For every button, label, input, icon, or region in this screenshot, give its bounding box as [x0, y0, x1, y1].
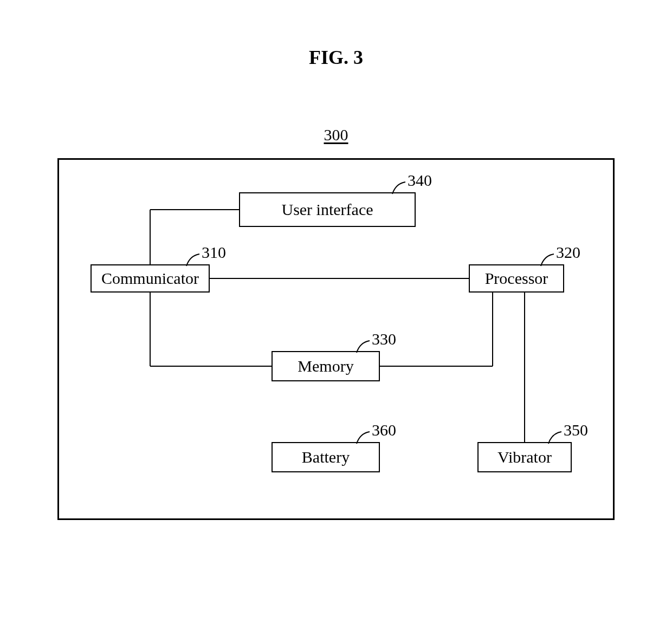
block-memory: Memory [272, 351, 380, 381]
diagram-stage: User interface 340 Communicator 310 Proc… [57, 158, 615, 520]
figure-title: FIG. 3 [0, 46, 672, 69]
ref-vibrator: 350 [564, 421, 588, 439]
ref-memory: 330 [372, 330, 396, 348]
block-user-interface-label: User interface [281, 200, 373, 219]
block-battery-label: Battery [302, 448, 350, 466]
block-vibrator: Vibrator [477, 442, 572, 472]
ref-battery: 360 [372, 421, 396, 439]
ref-user-interface: 340 [408, 171, 432, 190]
figure-reference-number: 300 [0, 126, 672, 144]
block-processor-label: Processor [485, 269, 548, 288]
block-communicator-label: Communicator [101, 269, 199, 288]
ref-communicator: 310 [202, 243, 226, 262]
block-communicator: Communicator [91, 264, 210, 293]
block-processor: Processor [469, 264, 564, 293]
block-memory-label: Memory [298, 357, 353, 375]
block-battery: Battery [272, 442, 380, 472]
block-user-interface: User interface [239, 192, 416, 227]
block-vibrator-label: Vibrator [497, 448, 552, 466]
page: FIG. 3 300 User interface [0, 0, 672, 617]
ref-processor: 320 [556, 243, 580, 262]
